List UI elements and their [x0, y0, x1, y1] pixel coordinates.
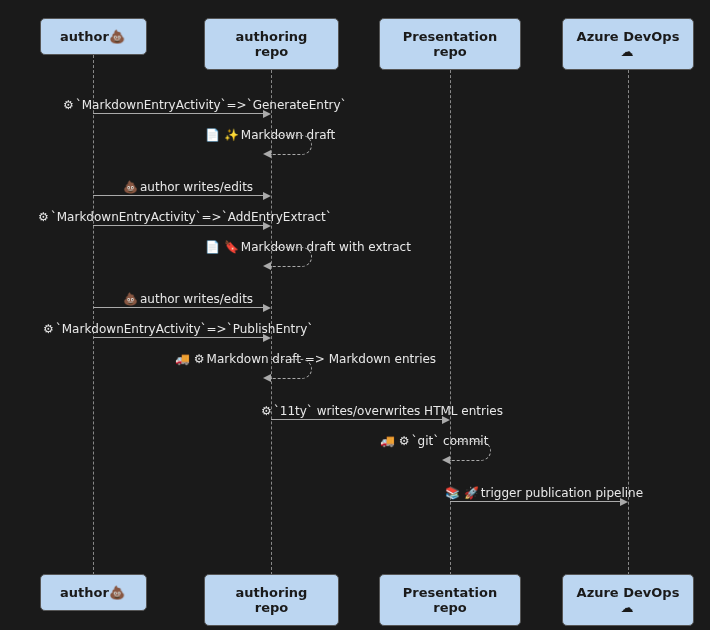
- gear-icon: ⚙: [38, 210, 49, 224]
- msg-label: author writes/edits: [140, 292, 253, 306]
- participant-presentation-top: Presentation repo: [379, 18, 521, 70]
- participant-label: authoring repo: [236, 585, 308, 615]
- msg-label: `MarkdownEntryActivity`=>`GenerateEntry`: [76, 98, 347, 112]
- msg-writes-edits-2: 💩author writes/edits: [93, 290, 271, 308]
- msg-label: trigger publication pipeline: [481, 486, 643, 500]
- books-rocket-icon: 📚 🚀: [445, 486, 479, 500]
- doc-bookmark-icon: 📄 🔖: [205, 240, 239, 254]
- participant-label: Azure DevOps: [577, 585, 680, 600]
- msg-generate-entry: ⚙`MarkdownEntryActivity`=>`GenerateEntry…: [93, 96, 271, 114]
- lifeline-author: [93, 55, 94, 575]
- msg-publish-entry: ⚙`MarkdownEntryActivity`=>`PublishEntry`: [93, 320, 271, 338]
- selfloop-entries: [271, 359, 312, 379]
- selfloop-draft: [271, 135, 312, 155]
- participant-author-top: author💩: [40, 18, 147, 55]
- msg-label: Markdown draft => Markdown entries: [207, 352, 437, 366]
- poop-icon: 💩: [123, 292, 138, 306]
- msg-label: `MarkdownEntryActivity`=>`AddEntryExtrac…: [51, 210, 332, 224]
- msg-label: author writes/edits: [140, 180, 253, 194]
- poop-icon: 💩: [109, 585, 125, 600]
- msg-draft-to-entries: 🚚 ⚙Markdown draft => Markdown entries: [175, 350, 495, 368]
- participant-label: Presentation repo: [403, 585, 497, 615]
- participant-label: author: [60, 585, 109, 600]
- msg-trigger-pipeline: 📚 🚀trigger publication pipeline: [450, 484, 628, 502]
- msg-label: `11ty` writes/overwrites HTML entries: [274, 404, 503, 418]
- participant-label: author: [60, 29, 109, 44]
- msg-add-entry-extract: ⚙`MarkdownEntryActivity`=>`AddEntryExtra…: [93, 208, 271, 226]
- truck-gear-icon: 🚚 ⚙: [175, 352, 205, 366]
- truck-gear-icon: 🚚 ⚙: [380, 434, 410, 448]
- participant-label: authoring repo: [236, 29, 308, 59]
- doc-sparkle-icon: 📄 ✨: [205, 128, 239, 142]
- participant-presentation-bottom: Presentation repo: [379, 574, 521, 626]
- selfloop-extract: [271, 247, 312, 267]
- participant-authoring-bottom: authoring repo: [204, 574, 339, 626]
- cloud-icon: ☁: [621, 600, 634, 615]
- sequence-diagram: { "participants": { "author": {"label":"…: [0, 0, 710, 630]
- participant-author-bottom: author💩: [40, 574, 147, 611]
- cloud-icon: ☁: [621, 44, 634, 59]
- msg-11ty: ⚙`11ty` writes/overwrites HTML entries: [271, 402, 450, 420]
- gear-icon: ⚙: [63, 98, 74, 112]
- participant-authoring-top: authoring repo: [204, 18, 339, 70]
- msg-label: Markdown draft with extract: [241, 240, 411, 254]
- msg-label: `MarkdownEntryActivity`=>`PublishEntry`: [56, 322, 314, 336]
- msg-draft-extract: 📄 🔖Markdown draft with extract: [205, 238, 455, 256]
- msg-writes-edits-1: 💩author writes/edits: [93, 178, 271, 196]
- participant-azure-bottom: Azure DevOps☁: [562, 574, 694, 626]
- poop-icon: 💩: [123, 180, 138, 194]
- participant-label: Azure DevOps: [577, 29, 680, 44]
- participant-label: Presentation repo: [403, 29, 497, 59]
- gear-icon: ⚙: [43, 322, 54, 336]
- participant-azure-top: Azure DevOps☁: [562, 18, 694, 70]
- poop-icon: 💩: [109, 29, 125, 44]
- gear-icon: ⚙: [261, 404, 272, 418]
- selfloop-commit: [450, 441, 491, 461]
